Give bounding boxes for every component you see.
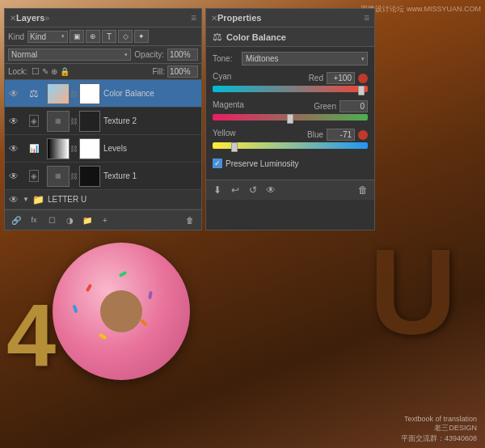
clip-to-layer-button[interactable]: ⬇ xyxy=(209,183,226,197)
reset-button[interactable]: ↺ xyxy=(245,183,261,197)
layers-panel-title: Layers xyxy=(16,13,44,23)
lock-label: Lock: xyxy=(8,67,27,76)
properties-panel-close[interactable]: ✕ xyxy=(211,14,217,23)
cyan-red-track-container[interactable] xyxy=(213,86,368,95)
opacity-input[interactable]: 100% xyxy=(167,49,198,61)
filter-smart-icon[interactable]: ✦ xyxy=(134,30,149,43)
properties-panel: ✕ Properties ≡ ⚖ Color Balance Tone: Sha… xyxy=(205,8,375,230)
properties-bottom-toolbar: ⬇ ↩ ↺ 👁 🗑 xyxy=(206,180,374,200)
layer-visibility-eye-group[interactable]: 👁 xyxy=(6,186,21,213)
properties-panel-header: ✕ Properties ≡ xyxy=(206,9,374,27)
magenta-green-thumb[interactable] xyxy=(287,114,293,124)
yellow-label: Yellow xyxy=(213,129,236,141)
watermark-bottom: Textbook of translation 老三DESIGN 平面交流群：4… xyxy=(401,415,477,444)
previous-state-button[interactable]: ↩ xyxy=(227,183,243,197)
group-folder-icon: 📁 xyxy=(32,194,44,205)
blend-mode-dropdown[interactable]: Normal Dissolve Multiply Screen Overlay xyxy=(8,49,131,61)
filter-adjust-icon[interactable]: ⊕ xyxy=(86,30,100,43)
kind-dropdown[interactable]: Kind xyxy=(27,31,68,43)
cyan-red-value[interactable]: +100 xyxy=(327,72,355,84)
slider-cyan-red-right: Red +100 xyxy=(309,72,368,84)
lock-image-icon[interactable]: ✎ xyxy=(42,67,48,76)
properties-title-area: Properties xyxy=(217,13,261,23)
layer-chain-levels: ⛓ xyxy=(70,145,78,153)
visibility-button[interactable]: 👁 xyxy=(263,183,279,197)
layer-mask-texture1[interactable] xyxy=(79,166,100,187)
new-group-button[interactable]: 📁 xyxy=(79,213,95,227)
panel-menu-icon[interactable]: ≡ xyxy=(191,12,196,23)
layer-mask-levels[interactable] xyxy=(79,138,100,159)
slider-yellow-blue-labels: Yellow Blue -71 xyxy=(213,129,368,141)
properties-panel-title: Properties xyxy=(217,13,261,23)
delete-layer-button[interactable]: 🗑 xyxy=(182,213,198,227)
layer-type-icon-texture2: ◈ xyxy=(23,110,45,133)
slider-magenta-green: Magenta Green 0 xyxy=(213,100,368,124)
panel-close-icon[interactable]: ✕ xyxy=(10,14,16,23)
new-adjustment-button[interactable]: ◑ xyxy=(61,213,78,227)
filter-pixel-icon[interactable]: ▣ xyxy=(70,30,84,43)
layers-bottom-toolbar: 🔗 fx ☐ ◑ 📁 + 🗑 xyxy=(5,209,201,230)
preserve-luminosity-label: Preserve Luminosity xyxy=(226,159,299,168)
delete-adjustment-button[interactable]: 🗑 xyxy=(355,183,371,197)
layer-visibility-eye-levels[interactable]: 👁 xyxy=(6,135,21,163)
preserve-luminosity-checkbox[interactable]: ✓ xyxy=(213,158,222,168)
filter-text-icon[interactable]: T xyxy=(102,30,116,43)
layer-levels[interactable]: 👁 📊 ⛓ Levels xyxy=(5,135,201,163)
layer-thumb-levels xyxy=(47,138,70,159)
layer-thumb-texture1: ▦ xyxy=(47,166,70,187)
link-layers-button[interactable]: 🔗 xyxy=(8,213,24,227)
magenta-green-track-container[interactable] xyxy=(213,114,368,124)
lock-position-icon[interactable]: ⊕ xyxy=(51,67,57,76)
cyan-label: Cyan xyxy=(213,72,231,84)
lock-fill-row: Lock: ☐ ✎ ⊕ 🔒 Fill: xyxy=(5,64,201,80)
fill-input[interactable] xyxy=(167,66,198,78)
yellow-blue-value[interactable]: -71 xyxy=(327,129,355,141)
cyan-red-thumb[interactable] xyxy=(358,86,365,95)
slider-yellow-blue: Yellow Blue -71 xyxy=(213,129,368,152)
layer-chain-colorbalance: ⛓ xyxy=(70,90,78,98)
layer-chain-texture1: ⛓ xyxy=(70,172,78,180)
cyan-red-indicator xyxy=(358,74,368,83)
red-label: Red xyxy=(309,74,323,82)
slider-cyan-red: Cyan Red +100 xyxy=(213,72,368,95)
magenta-green-value[interactable]: 0 xyxy=(340,100,368,112)
slider-magenta-green-labels: Magenta Green 0 xyxy=(213,100,368,112)
panel-double-arrow: » xyxy=(44,14,49,23)
layer-type-icon-levels: 📊 xyxy=(23,137,45,160)
slider-cyan-red-labels: Cyan Red +100 xyxy=(213,72,368,84)
layer-visibility-eye-colorbalance[interactable]: 👁 xyxy=(6,80,21,108)
layer-color-balance[interactable]: 👁 ⚖ ⛓ Color Balance xyxy=(5,80,201,108)
layer-texture1[interactable]: 👁 ◈ ▦ ⛓ Texture 1 xyxy=(5,163,201,190)
layer-chain-texture2: ⛓ xyxy=(70,117,78,125)
layer-thumb-texture2: ▦ xyxy=(47,111,70,132)
layer-visibility-eye-texture2[interactable]: 👁 xyxy=(6,108,21,135)
add-mask-button[interactable]: ☐ xyxy=(44,213,60,227)
tone-dropdown[interactable]: Shadows Midtones Highlights xyxy=(242,52,368,66)
layer-styles-button[interactable]: fx xyxy=(26,213,42,227)
blue-label: Blue xyxy=(307,130,323,139)
letter-u: U xyxy=(369,222,457,362)
filter-shape-icon[interactable]: ◇ xyxy=(118,30,133,43)
kind-label: Kind xyxy=(8,32,24,41)
lock-transparency-icon[interactable]: ☐ xyxy=(32,66,40,77)
properties-menu-icon[interactable]: ≡ xyxy=(364,12,369,23)
layer-type-icon-colorbalance: ⚖ xyxy=(23,82,45,105)
layers-kind-toolbar: Kind Kind ▾ ▣ ⊕ T ◇ ✦ xyxy=(5,27,201,46)
number-4: 4 xyxy=(6,283,56,386)
mode-opacity-row: Normal Dissolve Multiply Screen Overlay … xyxy=(5,46,201,64)
fill-label: Fill: xyxy=(152,67,165,76)
slider-magenta-green-right: Green 0 xyxy=(314,100,368,112)
group-expand-arrow[interactable]: ▼ xyxy=(23,196,29,203)
layer-group-letter-u[interactable]: 👁 ▼ 📁 LETTER U xyxy=(5,190,201,209)
new-layer-button[interactable]: + xyxy=(97,213,113,227)
yellow-blue-track-container[interactable] xyxy=(213,142,368,152)
layer-texture2[interactable]: 👁 ◈ ▦ ⛓ Texture 2 xyxy=(5,108,201,135)
magenta-label: Magenta xyxy=(213,100,244,112)
yellow-blue-thumb[interactable] xyxy=(231,142,238,152)
layer-mask-colorbalance[interactable] xyxy=(79,83,100,104)
layer-mask-texture2[interactable] xyxy=(79,111,100,132)
properties-subtitle-row: ⚖ Color Balance xyxy=(206,27,374,47)
watermark-top: 思路设计论坛 www.MISSYUAN.COM xyxy=(361,4,481,15)
lock-all-icon[interactable]: 🔒 xyxy=(60,67,70,76)
layer-name-colorbalance: Color Balance xyxy=(100,89,200,98)
